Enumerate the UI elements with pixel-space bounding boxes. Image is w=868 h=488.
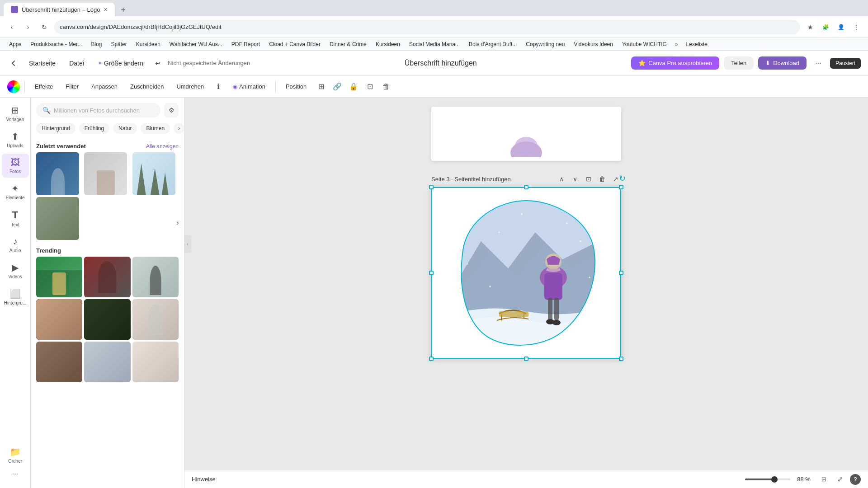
bookmark-später[interactable]: Später [107,40,130,48]
fullscreen-button[interactable]: ⤢ [834,473,846,486]
pause-button[interactable]: Pausiert [830,58,861,69]
effekte-button[interactable]: Effekte [29,80,58,93]
zoom-slider[interactable] [745,479,790,480]
tag-frühling[interactable]: Frühling [79,123,109,134]
bookmark-icon[interactable]: ★ [804,21,816,33]
recent-photo-3[interactable] [132,152,175,195]
address-bar[interactable]: canva.com/design/DAEdomzscjl/drBfjHdCoji… [54,20,800,34]
handle-tl[interactable] [429,185,434,189]
handle-bm[interactable] [524,357,528,361]
trending-photo-3[interactable] [132,257,179,297]
tag-blumen[interactable]: Blumen [141,123,170,134]
more-recent-arrow[interactable] [84,197,90,240]
page3-canvas[interactable]: ↻ [431,187,621,359]
see-all-button[interactable]: Alle anzeigen [146,143,179,150]
bookmark-cload[interactable]: Cload + Canva Bilder [265,40,324,48]
collapse-panel-button[interactable]: ‹ [184,235,191,253]
bookmark-apps[interactable]: Apps [5,40,25,48]
canvas-scroll[interactable]: Seite 3 · Seitentitel hinzufügen ∧ ∨ ⊡ 🗑… [184,98,868,470]
bookmark-more[interactable]: » [672,40,681,48]
filter-button[interactable]: Filter [60,80,84,93]
page3-down-button[interactable]: ∨ [570,174,580,184]
animation-button[interactable]: ◉ Animation [227,80,271,93]
close-tab-button[interactable]: ✕ [104,7,108,13]
zoom-thumb[interactable] [771,476,778,483]
trending-photo-8[interactable] [84,342,130,382]
tag-natur[interactable]: Natur [113,123,137,134]
trending-photo-9[interactable] [132,342,179,382]
bookmark-leseliste[interactable]: Leseliste [683,40,711,48]
trending-photo-7[interactable] [36,342,82,382]
recent-photo-4[interactable] [36,197,79,240]
link-icon[interactable]: 🔗 [330,80,344,94]
sidebar-more-dots[interactable]: ··· [2,467,29,481]
sidebar-item-elemente[interactable]: ✦ Elemente [2,179,29,204]
bookmark-video[interactable]: Videokurs Ideen [570,40,617,48]
trending-photo-4[interactable] [36,299,82,340]
back-to-home-button[interactable] [7,57,20,70]
more-options-button[interactable]: ··· [811,56,826,70]
help-button[interactable]: ? [850,474,861,485]
page3-up-button[interactable]: ∧ [556,174,567,184]
handle-mr[interactable] [619,271,623,275]
rotate-handle[interactable]: ↻ [619,174,626,183]
bookmark-bois[interactable]: Bois d'Argent Duft... [465,40,520,48]
handle-ml[interactable] [429,271,434,275]
tag-more-button[interactable]: › [174,123,184,134]
menu-icon[interactable]: ⋮ [850,21,863,33]
startseite-button[interactable]: Startseite [24,57,60,70]
info-button[interactable]: ℹ [211,80,226,94]
datei-button[interactable]: Datei [65,57,89,70]
zoom-pages-icon[interactable]: ⊞ [817,473,830,486]
page3-duplicate-button[interactable]: ⊡ [583,174,594,184]
sidebar-item-text[interactable]: T Text [2,206,29,231]
sidebar-item-uploads[interactable]: ⬆ Uploads [2,127,29,152]
umdrehen-button[interactable]: Umdrehen [171,80,209,93]
zuschneiden-button[interactable]: Zuschneiden [125,80,169,93]
sidebar-item-audio[interactable]: ♪ Audio [2,233,29,257]
lock-icon[interactable]: 🔒 [346,80,361,94]
color-wheel-button[interactable] [7,80,20,93]
profile-icon[interactable]: 👤 [835,21,847,33]
bookmark-wahlfächer[interactable]: Wahlfächer WU Aus... [166,40,226,48]
bookmark-pdf[interactable]: PDF Report [228,40,264,48]
recently-used-scroll-right[interactable]: › [171,206,184,240]
extensions-icon[interactable]: 🧩 [819,21,832,33]
active-tab[interactable]: Überschrift hinzufügen – Logo ✕ [4,3,115,16]
bookmark-social[interactable]: Social Media Mana... [406,40,463,48]
sidebar-item-ordner[interactable]: 📁 Ordner [2,443,29,467]
handle-tr[interactable] [619,185,623,189]
share-button[interactable]: Teilen [724,56,754,70]
anpassen-button[interactable]: Anpassen [86,80,123,93]
copy-style-icon[interactable]: ⊡ [363,80,377,94]
bookmark-kursideen[interactable]: Kursideen [132,40,164,48]
reload-button[interactable]: ↻ [38,21,51,33]
sidebar-item-vorlagen[interactable]: ⊞ Vorlagen [2,101,29,126]
trending-photo-2[interactable] [84,257,130,297]
document-title[interactable]: Überschrift hinzufügen [405,59,477,67]
canva-pro-button[interactable]: ⭐ Canva Pro ausprobieren [631,56,719,70]
recent-photo-2[interactable] [84,152,127,195]
sidebar-item-videos[interactable]: ▶ Videos [2,258,29,283]
groesse-button[interactable]: ✦ Größe ändern [93,57,148,70]
trending-photo-5[interactable] [84,299,130,340]
sidebar-item-fotos[interactable]: 🖼 Fotos [2,154,29,178]
bookmark-kursideen2[interactable]: Kursideen [372,40,404,48]
bookmark-copy[interactable]: Copywriting neu [522,40,568,48]
handle-tm[interactable] [524,185,528,189]
bookmark-dinner[interactable]: Dinner & Crime [326,40,370,48]
new-tab-button[interactable]: + [117,4,129,16]
search-field[interactable]: 🔍 Millionen von Fotos durchsuchen [36,103,160,117]
undo-button[interactable]: ↩ [152,57,163,70]
page2-top[interactable] [431,107,621,161]
download-button[interactable]: ⬇ Download [758,56,807,70]
handle-br[interactable] [619,357,623,361]
position-button[interactable]: Position [280,80,312,93]
tag-hintergrund[interactable]: Hintergrund [36,123,75,134]
bookmark-youtube[interactable]: Youtube WICHTIG [618,40,670,48]
trash-icon[interactable]: 🗑 [379,80,393,94]
filter-button[interactable]: ⚙ [164,103,179,117]
page3-delete-button[interactable]: 🗑 [597,174,608,184]
grid-icon[interactable]: ⊞ [314,80,328,94]
handle-bl[interactable] [429,357,434,361]
